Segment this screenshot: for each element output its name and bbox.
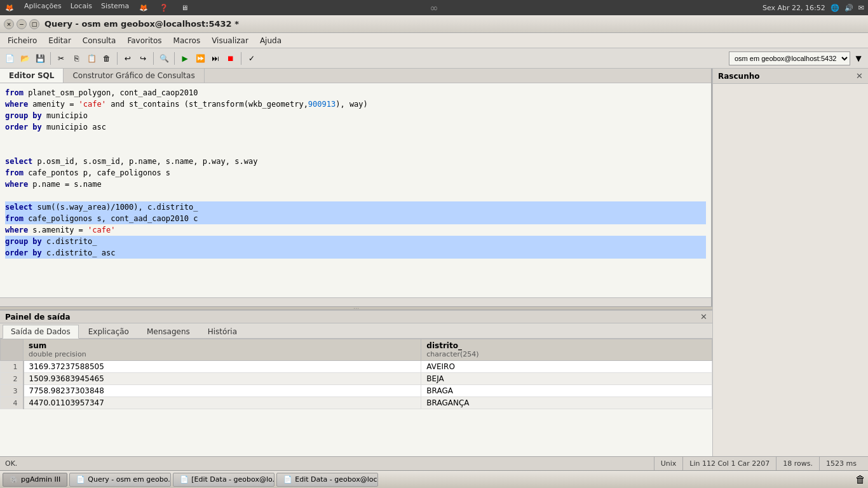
sql-line-12: from cafe_poligonos s, cont_aad_caop2010…: [5, 213, 706, 224]
menu-ajuda[interactable]: Ajuda: [255, 35, 287, 46]
sql-line-17: [5, 270, 706, 281]
tb-cut-button[interactable]: ✂: [54, 51, 68, 65]
table-row[interactable]: 2 1509.93683945465 BEJA: [1, 373, 712, 385]
volume-icon[interactable]: 🔊: [844, 4, 853, 12]
connection-select[interactable]: osm em geobox@localhost:5432: [729, 51, 850, 65]
taskbar-pgadmin[interactable]: 🐘 pgAdmin III: [3, 473, 67, 487]
tab-explicacao[interactable]: Explicação: [80, 325, 137, 338]
menu-editar[interactable]: Editar: [43, 35, 76, 46]
tb-run-button[interactable]: ▶: [178, 51, 192, 65]
system-menu-area[interactable]: 🦊 Aplicações Locais Sistema 🦊 ❓ 🖥: [4, 2, 290, 13]
status-rows: 18 rows.: [776, 457, 819, 471]
window-minimize-button[interactable]: −: [17, 19, 27, 29]
tb-copy-button[interactable]: ⎘: [69, 51, 83, 65]
status-bar: OK. Unix Lin 112 Col 1 Car 2207 18 rows.…: [0, 456, 868, 470]
tab-graphical-builder[interactable]: Construtor Gráfico de Consultas: [64, 69, 204, 83]
status-encoding: Unix: [654, 457, 683, 471]
taskbar-trash-icon: 🗑: [855, 473, 865, 485]
menu-favoritos[interactable]: Favoritos: [122, 35, 166, 46]
status-segments: Unix Lin 112 Col 1 Car 2207 18 rows. 152…: [654, 457, 863, 471]
col-header-sum: sum double precision: [24, 339, 421, 361]
tb-stop-button[interactable]: ⏹: [224, 51, 238, 65]
tb-save-button[interactable]: 💾: [33, 51, 47, 65]
tb-new-button[interactable]: 📄: [3, 51, 17, 65]
taskbar-editdata2[interactable]: 📄 Edit Data - geobox@loc...: [276, 473, 378, 487]
connection-dropdown-button[interactable]: ▼: [851, 51, 865, 65]
tb-paste-button[interactable]: 📋: [85, 51, 98, 65]
sql-line-16: [5, 259, 706, 270]
tb-sep2: [117, 52, 118, 65]
window-titlebar: × − □ Query - osm em geobox@localhost:54…: [0, 15, 868, 33]
table-row[interactable]: 4 4470.01103957347 BRAGANÇA: [1, 397, 712, 409]
col-header-distrito: distrito_ character(254): [421, 339, 712, 361]
window-controls[interactable]: × − □: [4, 19, 39, 29]
window-close-button[interactable]: ×: [4, 19, 14, 29]
sql-editor[interactable]: from planet_osm_polygon, cont_aad_caop20…: [0, 83, 711, 297]
tb-find-button[interactable]: 🔍: [157, 51, 171, 65]
tab-saida-dados[interactable]: Saída de Dados: [3, 325, 79, 339]
row-4-sum: 4470.01103957347: [24, 397, 421, 409]
status-time: 1523 ms: [819, 457, 863, 471]
locais-menu[interactable]: Locais: [71, 2, 92, 13]
taskbar-editdata2-label: Edit Data - geobox@loc...: [295, 475, 378, 484]
menu-visualizar[interactable]: Visualizar: [207, 35, 254, 46]
sql-line-14: group by c.distrito_: [5, 236, 706, 247]
mail-icon[interactable]: ✉: [858, 4, 864, 12]
sql-line-6: [5, 144, 706, 156]
terminal-icon[interactable]: 🖥: [179, 2, 190, 13]
row-3-num: 3: [1, 385, 24, 397]
tb-sep5: [241, 52, 241, 65]
row-4-distrito: BRAGANÇA: [421, 397, 712, 409]
status-message: OK.: [5, 459, 654, 468]
rascunho-title: Rascunho: [718, 72, 759, 81]
taskbar-editdata2-icon: 📄: [283, 475, 292, 484]
taskbar-editdata1-icon: 📄: [180, 475, 189, 484]
editor-tabs: Editor SQL Construtor Gráfico de Consult…: [0, 69, 711, 83]
row-1-sum: 3169.37237588505: [24, 361, 421, 373]
tab-mensagens[interactable]: Mensagens: [139, 325, 198, 338]
taskbar-query[interactable]: 📄 Query - osm em geobo...: [69, 473, 171, 487]
tb-sep3: [153, 52, 154, 65]
taskbar-query-label: Query - osm em geobo...: [88, 475, 171, 484]
network-icon: 🌐: [831, 4, 839, 12]
taskbar-editdata1[interactable]: 📄 [Edit Data - geobox@lo...: [173, 473, 275, 487]
taskbar-query-icon: 📄: [76, 475, 85, 484]
sql-line-1: from planet_osm_polygon, cont_aad_caop20…: [5, 87, 706, 98]
menu-ficheiro[interactable]: Ficheiro: [3, 35, 42, 46]
menu-macros[interactable]: Macros: [168, 35, 206, 46]
tb-open-button[interactable]: 📂: [18, 51, 32, 65]
window-title: Query - osm em geobox@localhost:5432 *: [44, 19, 239, 29]
tb-clear-button[interactable]: 🗑: [100, 51, 114, 65]
output-table-wrap[interactable]: sum double precision distrito_ character…: [0, 339, 712, 456]
tb-undo-button[interactable]: ↩: [121, 51, 135, 65]
status-position: Lin 112 Col 1 Car 2207: [682, 457, 776, 471]
rascunho-close-button[interactable]: ✕: [856, 71, 863, 81]
row-3-sum: 7758.98237303848: [24, 385, 421, 397]
firefox-browser-icon[interactable]: 🦊: [138, 2, 149, 13]
tb-redo-button[interactable]: ↪: [136, 51, 150, 65]
taskbar-pgadmin-icon: 🐘: [10, 475, 18, 484]
window-maximize-button[interactable]: □: [29, 19, 39, 29]
help-icon[interactable]: ❓: [158, 2, 170, 13]
applications-menu[interactable]: Aplicações: [24, 2, 62, 13]
row-3-distrito: BRAGA: [421, 385, 712, 397]
sql-line-10: [5, 190, 706, 201]
table-row[interactable]: 3 7758.98237303848 BRAGA: [1, 385, 712, 397]
sql-line-15: order by c.distrito_ asc: [5, 247, 706, 259]
system-right: Sex Abr 22, 16:52 🌐 🔊 ✉: [578, 4, 864, 12]
connection-selector-area[interactable]: osm em geobox@localhost:5432 ▼: [729, 51, 865, 65]
output-panel-close[interactable]: ✕: [700, 312, 707, 322]
row-2-num: 2: [1, 373, 24, 385]
menu-consulta[interactable]: Consulta: [78, 35, 121, 46]
row-1-distrito: AVEIRO: [421, 361, 712, 373]
rascunho-content[interactable]: [713, 84, 868, 456]
system-bar: 🦊 Aplicações Locais Sistema 🦊 ❓ 🖥 ∞ Sex …: [0, 0, 868, 15]
tb-run-explain-button[interactable]: ⏩: [193, 51, 207, 65]
tab-historia[interactable]: História: [200, 325, 245, 338]
taskbar: 🐘 pgAdmin III 📄 Query - osm em geobo... …: [0, 470, 868, 488]
tab-editor-sql[interactable]: Editor SQL: [0, 69, 64, 83]
table-row[interactable]: 1 3169.37237588505 AVEIRO: [1, 361, 712, 373]
tb-commit-button[interactable]: ✓: [245, 51, 259, 65]
sistema-menu[interactable]: Sistema: [101, 2, 129, 13]
tb-run-step-button[interactable]: ⏭: [208, 51, 222, 65]
